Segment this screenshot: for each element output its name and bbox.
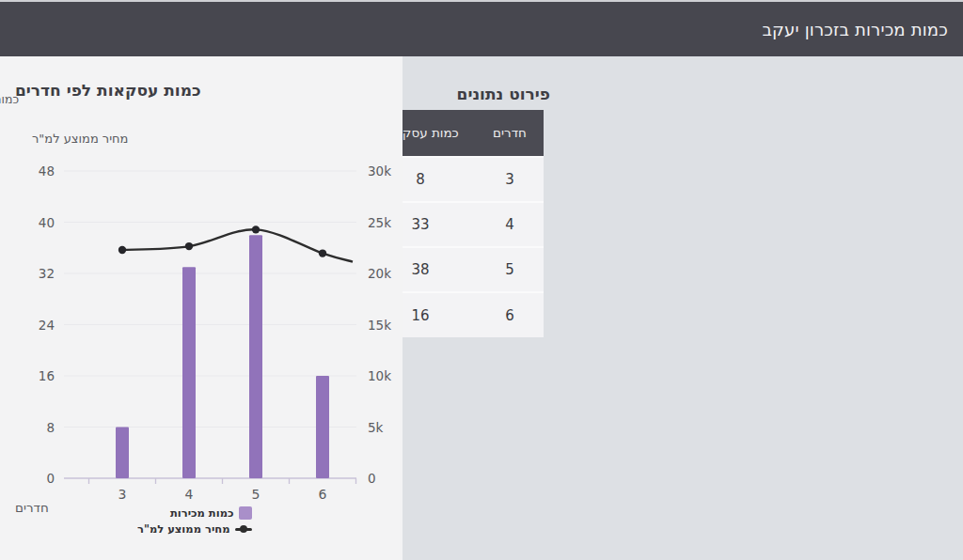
chart-bar-3-rooms[interactable] [116, 428, 129, 479]
legend-item-line[interactable]: מחיר ממוצע למ"ר [137, 522, 252, 536]
axis-tick-label: 48 [39, 163, 55, 179]
axis-tick-label: 3 [118, 487, 127, 502]
axis-tick-label: 5k [368, 420, 384, 435]
legend-item-bars[interactable]: כמות מכירות [170, 506, 252, 520]
chart-legend: כמות מכירות מחיר ממוצע למ"ר [137, 506, 252, 536]
y-axis-right-label: מחיר ממוצע למ"ר [32, 132, 128, 146]
axis-tick-label: 25k [368, 215, 391, 230]
x-axis-label: חדרים [15, 500, 49, 515]
axis-tick-label: 30k [368, 163, 391, 179]
line-marker-3-rooms[interactable] [118, 246, 126, 254]
axis-tick-label: 20k [368, 266, 391, 281]
axis-tick-label: 32 [39, 266, 55, 281]
axis-tick-label: 0 [46, 471, 55, 486]
legend-bar-label: כמות מכירות [170, 506, 234, 520]
axis-tick-label: 6 [319, 487, 327, 502]
chart-bar-5-rooms[interactable] [249, 235, 262, 478]
details-section-title: פירוט נתונים [457, 85, 550, 103]
combo-chart: 0085k1610k2415k3220k4025k4830k3456 [0, 150, 403, 526]
line-series-swatch [235, 528, 252, 531]
axis-tick-label: 8 [46, 420, 55, 435]
page-title: כמות מכירות בזכרון יעקב [762, 20, 963, 39]
axis-tick-label: 0 [368, 471, 376, 486]
bar-series-swatch [239, 506, 252, 520]
axis-tick-label: 10k [368, 368, 391, 383]
line-marker-4-rooms[interactable] [185, 242, 193, 250]
chart-panel: כמות עסקאות לפי חדרים כמות עסקאות מחיר מ… [0, 56, 403, 560]
axis-tick-label: 40 [39, 215, 55, 230]
axis-tick-label: 24 [39, 318, 55, 333]
chart-bar-6-rooms[interactable] [316, 376, 329, 478]
line-marker-6-rooms[interactable] [319, 249, 326, 257]
y-axis-left-label: כמות עסקאות [0, 92, 19, 106]
axis-tick-label: 16 [39, 368, 55, 383]
column-header[interactable]: חדרים [476, 110, 544, 157]
table-cell: 5 [476, 247, 544, 292]
price-line [122, 229, 353, 261]
table-cell: 3 [476, 157, 544, 202]
dashboard-root: כמות מכירות בזכרון יעקב פירוט נתונים מחי… [0, 0, 963, 560]
header-bar: כמות מכירות בזכרון יעקב [0, 2, 963, 56]
chart-bar-4-rooms[interactable] [182, 267, 196, 478]
chart-title: כמות עסקאות לפי חדרים [15, 81, 201, 100]
axis-tick-label: 5 [252, 487, 260, 502]
legend-line-label: מחיר ממוצע למ"ר [137, 522, 230, 536]
line-marker-5-rooms[interactable] [252, 226, 260, 233]
axis-tick-label: 15k [368, 318, 391, 333]
table-cell: 4 [476, 202, 544, 247]
table-cell: 6 [476, 292, 544, 337]
axis-tick-label: 4 [185, 487, 194, 502]
